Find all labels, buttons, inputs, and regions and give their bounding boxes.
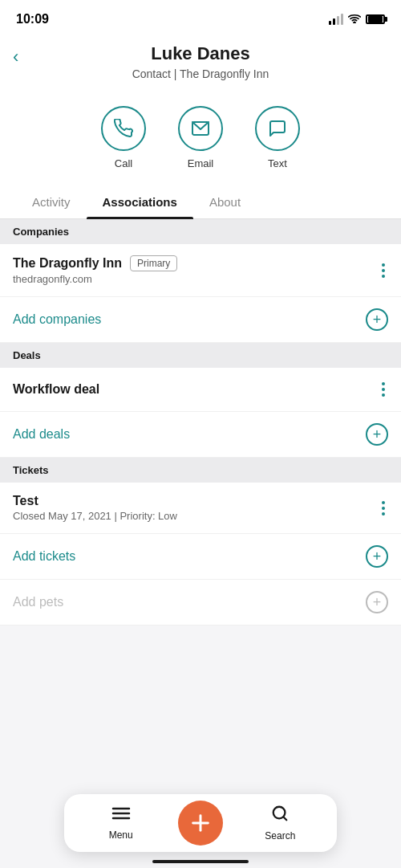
status-bar: 10:09 xyxy=(0,0,401,35)
contact-name: Luke Danes xyxy=(16,43,385,64)
add-deals-icon: + xyxy=(366,423,388,446)
company-url: thedragonfly.com xyxy=(13,273,379,285)
tickets-section-header: Tickets xyxy=(0,458,401,483)
ticket-item: Test Closed May 17, 2021 | Priority: Low xyxy=(0,483,401,534)
tabs: Activity Associations About xyxy=(0,185,401,219)
tab-activity[interactable]: Activity xyxy=(16,185,87,218)
text-button[interactable]: Text xyxy=(255,106,300,169)
email-circle xyxy=(178,106,223,151)
add-tickets-label: Add tickets xyxy=(13,549,75,564)
menu-icon xyxy=(111,805,131,826)
deal-item-content: Workflow deal xyxy=(13,382,379,397)
ticket-name: Test xyxy=(13,494,379,508)
contact-subtitle: Contact | The Dragonfly Inn xyxy=(16,67,385,80)
status-time: 10:09 xyxy=(16,12,49,26)
home-indicator xyxy=(152,860,249,863)
menu-label: Menu xyxy=(109,829,133,841)
company-name: The Dragonfly Inn Primary xyxy=(13,255,379,271)
add-pets-icon: + xyxy=(366,591,388,613)
add-companies-row[interactable]: Add companies + xyxy=(0,297,401,343)
ticket-dots-menu[interactable] xyxy=(379,498,388,519)
email-button[interactable]: Email xyxy=(178,106,223,169)
deal-name: Workflow deal xyxy=(13,382,379,397)
search-icon xyxy=(271,805,289,827)
add-deals-row[interactable]: Add deals + xyxy=(0,412,401,458)
primary-badge: Primary xyxy=(130,255,177,271)
search-label: Search xyxy=(265,830,295,842)
add-pets-label: Add pets xyxy=(13,595,63,609)
content-area: Companies The Dragonfly Inn Primary thed… xyxy=(0,219,401,722)
email-label: Email xyxy=(188,157,214,169)
add-tickets-icon: + xyxy=(366,545,388,568)
company-item-content: The Dragonfly Inn Primary thedragonfly.c… xyxy=(13,255,379,285)
add-deals-label: Add deals xyxy=(13,427,70,442)
companies-section-header: Companies xyxy=(0,219,401,244)
menu-button[interactable]: Menu xyxy=(97,805,145,841)
call-label: Call xyxy=(115,157,132,169)
status-icons xyxy=(329,13,385,26)
action-buttons: Call Email Text xyxy=(0,93,401,185)
wifi-icon xyxy=(348,13,361,26)
text-label: Text xyxy=(268,157,287,169)
company-dots-menu[interactable] xyxy=(379,260,388,281)
bottom-nav: Menu Search xyxy=(64,794,337,852)
add-companies-label: Add companies xyxy=(13,312,101,327)
svg-point-0 xyxy=(354,22,355,23)
ticket-subtitle: Closed May 17, 2021 | Priority: Low xyxy=(13,510,379,522)
add-button[interactable] xyxy=(178,801,223,846)
tab-about[interactable]: About xyxy=(193,185,257,218)
deal-dots-menu[interactable] xyxy=(379,379,388,400)
call-circle xyxy=(101,106,146,151)
add-companies-icon: + xyxy=(366,308,388,331)
text-circle xyxy=(255,106,300,151)
company-item: The Dragonfly Inn Primary thedragonfly.c… xyxy=(0,244,401,297)
deal-item: Workflow deal xyxy=(0,368,401,412)
add-pets-row: Add pets + xyxy=(0,580,401,626)
svg-line-8 xyxy=(284,817,287,820)
tab-associations[interactable]: Associations xyxy=(87,185,193,218)
signal-icon xyxy=(329,14,343,25)
search-button[interactable]: Search xyxy=(256,805,304,842)
back-button[interactable]: ‹ xyxy=(13,47,18,67)
call-button[interactable]: Call xyxy=(101,106,146,169)
add-tickets-row[interactable]: Add tickets + xyxy=(0,534,401,580)
ticket-item-content: Test Closed May 17, 2021 | Priority: Low xyxy=(13,494,379,522)
battery-icon xyxy=(366,14,385,24)
contact-header: ‹ Luke Danes Contact | The Dragonfly Inn xyxy=(0,35,401,93)
deals-section-header: Deals xyxy=(0,343,401,368)
